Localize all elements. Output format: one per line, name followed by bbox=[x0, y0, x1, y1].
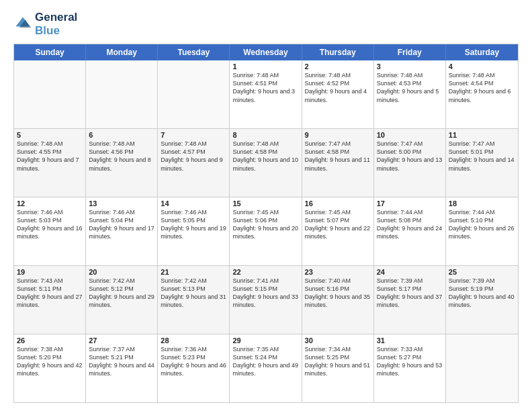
cell-info: Sunrise: 7:47 AMSunset: 4:58 PMDaylight:… bbox=[305, 140, 371, 173]
cal-cell-0-0 bbox=[14, 60, 86, 128]
cal-cell-1-4: 9Sunrise: 7:47 AMSunset: 4:58 PMDaylight… bbox=[302, 129, 374, 197]
header-day-sunday: Sunday bbox=[14, 44, 86, 60]
day-number: 14 bbox=[161, 199, 226, 208]
header-day-friday: Friday bbox=[374, 44, 446, 60]
cell-info: Sunrise: 7:48 AMSunset: 4:58 PMDaylight:… bbox=[232, 140, 298, 173]
cal-cell-4-1: 27Sunrise: 7:37 AMSunset: 5:21 PMDayligh… bbox=[86, 334, 158, 402]
cell-info: Sunrise: 7:45 AMSunset: 5:06 PMDaylight:… bbox=[232, 208, 298, 241]
cell-info: Sunrise: 7:48 AMSunset: 4:54 PMDaylight:… bbox=[449, 71, 515, 104]
cal-cell-2-0: 12Sunrise: 7:46 AMSunset: 5:03 PMDayligh… bbox=[14, 197, 86, 265]
day-number: 13 bbox=[89, 199, 154, 208]
day-number: 21 bbox=[161, 268, 226, 276]
day-number: 20 bbox=[89, 268, 154, 276]
day-number: 16 bbox=[305, 199, 371, 208]
calendar-row-2: 12Sunrise: 7:46 AMSunset: 5:03 PMDayligh… bbox=[14, 197, 518, 266]
cal-cell-1-6: 11Sunrise: 7:47 AMSunset: 5:01 PMDayligh… bbox=[446, 129, 518, 197]
day-number: 23 bbox=[305, 268, 371, 276]
cal-cell-0-4: 2Sunrise: 7:48 AMSunset: 4:52 PMDaylight… bbox=[302, 60, 374, 128]
header-day-monday: Monday bbox=[86, 44, 158, 60]
cal-cell-2-2: 14Sunrise: 7:46 AMSunset: 5:05 PMDayligh… bbox=[158, 197, 230, 265]
cal-cell-0-2 bbox=[158, 60, 230, 128]
day-number: 8 bbox=[232, 131, 298, 139]
day-number: 9 bbox=[305, 131, 371, 139]
cell-info: Sunrise: 7:48 AMSunset: 4:57 PMDaylight:… bbox=[161, 140, 226, 173]
day-number: 26 bbox=[17, 336, 83, 345]
cal-cell-0-3: 1Sunrise: 7:48 AMSunset: 4:51 PMDaylight… bbox=[230, 60, 302, 128]
cell-info: Sunrise: 7:35 AMSunset: 5:24 PMDaylight:… bbox=[232, 345, 298, 378]
day-number: 22 bbox=[232, 268, 298, 276]
page-header: General Blue bbox=[13, 11, 519, 37]
day-number: 30 bbox=[305, 336, 371, 345]
day-number: 11 bbox=[449, 131, 515, 139]
cell-info: Sunrise: 7:46 AMSunset: 5:05 PMDaylight:… bbox=[161, 208, 226, 241]
cell-info: Sunrise: 7:47 AMSunset: 5:01 PMDaylight:… bbox=[449, 140, 515, 173]
cell-info: Sunrise: 7:34 AMSunset: 5:25 PMDaylight:… bbox=[305, 345, 371, 378]
cell-info: Sunrise: 7:36 AMSunset: 5:23 PMDaylight:… bbox=[161, 345, 226, 378]
cell-info: Sunrise: 7:40 AMSunset: 5:16 PMDaylight:… bbox=[305, 277, 371, 310]
calendar-body: 1Sunrise: 7:48 AMSunset: 4:51 PMDaylight… bbox=[14, 60, 518, 402]
day-number: 3 bbox=[377, 62, 443, 71]
header-day-thursday: Thursday bbox=[302, 44, 374, 60]
cal-cell-3-2: 21Sunrise: 7:42 AMSunset: 5:13 PMDayligh… bbox=[158, 266, 230, 334]
cell-info: Sunrise: 7:48 AMSunset: 4:51 PMDaylight:… bbox=[232, 71, 298, 104]
header-day-saturday: Saturday bbox=[446, 44, 518, 60]
cell-info: Sunrise: 7:41 AMSunset: 5:15 PMDaylight:… bbox=[232, 277, 298, 310]
cal-cell-1-2: 7Sunrise: 7:48 AMSunset: 4:57 PMDaylight… bbox=[158, 129, 230, 197]
cal-cell-4-2: 28Sunrise: 7:36 AMSunset: 5:23 PMDayligh… bbox=[158, 334, 230, 402]
cell-info: Sunrise: 7:48 AMSunset: 4:53 PMDaylight:… bbox=[377, 71, 443, 104]
header-day-wednesday: Wednesday bbox=[230, 44, 302, 60]
calendar-row-0: 1Sunrise: 7:48 AMSunset: 4:51 PMDaylight… bbox=[14, 60, 518, 129]
cal-cell-3-0: 19Sunrise: 7:43 AMSunset: 5:11 PMDayligh… bbox=[14, 266, 86, 334]
cal-cell-3-1: 20Sunrise: 7:42 AMSunset: 5:12 PMDayligh… bbox=[86, 266, 158, 334]
day-number: 1 bbox=[232, 62, 298, 71]
cal-cell-3-6: 25Sunrise: 7:39 AMSunset: 5:19 PMDayligh… bbox=[446, 266, 518, 334]
cal-cell-2-4: 16Sunrise: 7:45 AMSunset: 5:07 PMDayligh… bbox=[302, 197, 374, 265]
calendar-page: General Blue SundayMondayTuesdayWednesda… bbox=[0, 0, 532, 411]
cell-info: Sunrise: 7:43 AMSunset: 5:11 PMDaylight:… bbox=[17, 277, 83, 310]
day-number: 25 bbox=[449, 268, 515, 276]
cell-info: Sunrise: 7:42 AMSunset: 5:12 PMDaylight:… bbox=[89, 277, 154, 310]
cal-cell-1-0: 5Sunrise: 7:48 AMSunset: 4:55 PMDaylight… bbox=[14, 129, 86, 197]
cal-cell-4-5: 31Sunrise: 7:33 AMSunset: 5:27 PMDayligh… bbox=[374, 334, 446, 402]
cal-cell-0-5: 3Sunrise: 7:48 AMSunset: 4:53 PMDaylight… bbox=[374, 60, 446, 128]
calendar: SundayMondayTuesdayWednesdayThursdayFrid… bbox=[13, 44, 519, 403]
cal-cell-1-5: 10Sunrise: 7:47 AMSunset: 5:00 PMDayligh… bbox=[374, 129, 446, 197]
cell-info: Sunrise: 7:44 AMSunset: 5:10 PMDaylight:… bbox=[449, 208, 515, 241]
day-number: 15 bbox=[232, 199, 298, 208]
day-number: 10 bbox=[377, 131, 443, 139]
cal-cell-4-4: 30Sunrise: 7:34 AMSunset: 5:25 PMDayligh… bbox=[302, 334, 374, 402]
cell-info: Sunrise: 7:39 AMSunset: 5:17 PMDaylight:… bbox=[377, 277, 443, 310]
cell-info: Sunrise: 7:48 AMSunset: 4:52 PMDaylight:… bbox=[305, 71, 371, 104]
calendar-row-4: 26Sunrise: 7:38 AMSunset: 5:20 PMDayligh… bbox=[14, 334, 518, 402]
logo-text: General Blue bbox=[35, 11, 77, 37]
cell-info: Sunrise: 7:37 AMSunset: 5:21 PMDaylight:… bbox=[89, 345, 154, 378]
cal-cell-2-5: 17Sunrise: 7:44 AMSunset: 5:08 PMDayligh… bbox=[374, 197, 446, 265]
cell-info: Sunrise: 7:38 AMSunset: 5:20 PMDaylight:… bbox=[17, 345, 83, 378]
logo: General Blue bbox=[13, 11, 77, 37]
cal-cell-3-5: 24Sunrise: 7:39 AMSunset: 5:17 PMDayligh… bbox=[374, 266, 446, 334]
day-number: 28 bbox=[161, 336, 226, 345]
cell-info: Sunrise: 7:47 AMSunset: 5:00 PMDaylight:… bbox=[377, 140, 443, 173]
day-number: 12 bbox=[17, 199, 83, 208]
calendar-header: SundayMondayTuesdayWednesdayThursdayFrid… bbox=[14, 44, 518, 60]
day-number: 24 bbox=[377, 268, 443, 276]
cal-cell-2-1: 13Sunrise: 7:46 AMSunset: 5:04 PMDayligh… bbox=[86, 197, 158, 265]
cell-info: Sunrise: 7:45 AMSunset: 5:07 PMDaylight:… bbox=[305, 208, 371, 241]
day-number: 27 bbox=[89, 336, 154, 345]
cal-cell-1-1: 6Sunrise: 7:48 AMSunset: 4:56 PMDaylight… bbox=[86, 129, 158, 197]
cell-info: Sunrise: 7:33 AMSunset: 5:27 PMDaylight:… bbox=[377, 345, 443, 378]
cal-cell-1-3: 8Sunrise: 7:48 AMSunset: 4:58 PMDaylight… bbox=[230, 129, 302, 197]
day-number: 29 bbox=[232, 336, 298, 345]
cell-info: Sunrise: 7:48 AMSunset: 4:56 PMDaylight:… bbox=[89, 140, 154, 173]
cal-cell-4-3: 29Sunrise: 7:35 AMSunset: 5:24 PMDayligh… bbox=[230, 334, 302, 402]
cell-info: Sunrise: 7:46 AMSunset: 5:04 PMDaylight:… bbox=[89, 208, 154, 241]
cal-cell-3-3: 22Sunrise: 7:41 AMSunset: 5:15 PMDayligh… bbox=[230, 266, 302, 334]
cal-cell-0-6: 4Sunrise: 7:48 AMSunset: 4:54 PMDaylight… bbox=[446, 60, 518, 128]
day-number: 7 bbox=[161, 131, 226, 139]
cal-cell-2-3: 15Sunrise: 7:45 AMSunset: 5:06 PMDayligh… bbox=[230, 197, 302, 265]
cal-cell-3-4: 23Sunrise: 7:40 AMSunset: 5:16 PMDayligh… bbox=[302, 266, 374, 334]
cal-cell-0-1 bbox=[86, 60, 158, 128]
calendar-row-1: 5Sunrise: 7:48 AMSunset: 4:55 PMDaylight… bbox=[14, 129, 518, 197]
day-number: 18 bbox=[449, 199, 515, 208]
day-number: 5 bbox=[17, 131, 83, 139]
